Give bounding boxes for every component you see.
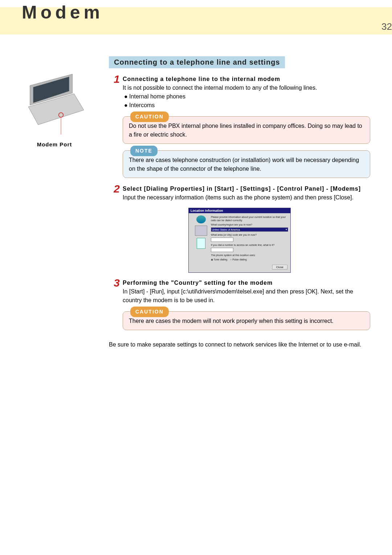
dialog-q-country: What country/region are you in now?: [211, 223, 288, 226]
tone-dialing-radio[interactable]: ◉ Tone dialing: [211, 258, 227, 261]
laptop-illustration: [22, 71, 87, 136]
step-title: Select [Dialing Properties] in [Start] -…: [123, 185, 370, 193]
page-number: 32: [381, 21, 392, 32]
dialog-q-areacode: What area (or city) code are you in now?: [211, 233, 288, 236]
step-text: In [Start] - [Run], input [c:\util\drive…: [123, 287, 370, 305]
chevron-down-icon: ▾: [286, 228, 287, 231]
step-2: 2 Select [Dialing Properties] in [Start]…: [109, 185, 370, 202]
caution-box: CAUTION There are cases the modem will n…: [123, 311, 370, 330]
step-number: 3: [109, 279, 123, 305]
caution-label: CAUTION: [130, 112, 169, 122]
step-1: 1 Connecting a telephone line to the int…: [109, 75, 370, 110]
country-select-value: United States of America: [212, 228, 240, 231]
note-box: NOTE There are cases telephone construct…: [123, 150, 370, 178]
dialog-form: Please provide information about your cu…: [211, 215, 288, 261]
pulse-dialing-radio[interactable]: ○ Pulse dialing: [230, 258, 247, 261]
closing-paragraph: Be sure to make separate settings to con…: [109, 340, 370, 349]
main-column: Connecting to a telephone line and setti…: [109, 56, 392, 349]
step-number: 2: [109, 185, 123, 202]
manual-page: Modem 32 Modem Port Connecting to a tele…: [0, 7, 392, 555]
caution-box: CAUTION Do not use the PBX internal phon…: [123, 116, 370, 144]
figure-caption: Modem Port: [22, 141, 87, 147]
step-3: 3 Performing the "Country" setting for t…: [109, 279, 370, 305]
step-intro: It is not possible to connect the intern…: [123, 84, 370, 92]
note-label: NOTE: [130, 146, 158, 156]
outside-line-input[interactable]: [211, 248, 233, 252]
bullet-item: ● Intercoms: [124, 101, 370, 110]
computer-icon: [195, 226, 207, 236]
bullet-item: ● Internal home phones: [124, 92, 370, 101]
note-text: There are cases telephone construction (…: [129, 157, 359, 172]
page-title: Modem: [22, 2, 103, 23]
dialog-footer: Close: [189, 263, 290, 272]
dialog-body: Please provide information about your cu…: [189, 213, 290, 263]
dialog-radio-label: The phone system at this location uses:: [211, 254, 288, 257]
figure-column: Modem Port: [0, 56, 109, 349]
country-select[interactable]: United States of America ▾: [211, 227, 288, 232]
step-title: Connecting a telephone line to the inter…: [123, 75, 370, 84]
dialog-q-outside-line: If you dial a number to access an outsid…: [211, 243, 288, 247]
content-area: Modem Port Connecting to a telephone lin…: [0, 56, 392, 349]
area-code-input[interactable]: [211, 238, 233, 242]
step-number: 1: [109, 75, 123, 110]
close-button[interactable]: Close: [272, 265, 287, 270]
globe-icon: [196, 215, 206, 223]
section-heading: Connecting to a telephone line and setti…: [109, 56, 285, 68]
step-body: Select [Dialing Properties] in [Start] -…: [123, 185, 370, 202]
phone-icon: [197, 238, 205, 249]
step-text: Input the necessary information (items s…: [123, 193, 370, 202]
step-body: Performing the "Country" setting for the…: [123, 279, 370, 305]
header-bar: Modem 32: [0, 7, 392, 35]
dialog-title-bar: Location Information: [189, 208, 290, 213]
caution-label: CAUTION: [130, 307, 169, 317]
caution-text: Do not use the PBX internal phone lines …: [129, 123, 362, 138]
dialing-radio-group: ◉ Tone dialing ○ Pulse dialing: [211, 258, 288, 261]
step-body: Connecting a telephone line to the inter…: [123, 75, 370, 110]
step-title: Performing the "Country" setting for the…: [123, 279, 370, 287]
caution-text: There are cases the modem will not work …: [129, 318, 334, 324]
dialog-instructions: Please provide information about your cu…: [211, 215, 288, 222]
dialog-icon-column: [191, 215, 211, 261]
dialog-location-information: Location Information Please provide info…: [188, 208, 291, 273]
